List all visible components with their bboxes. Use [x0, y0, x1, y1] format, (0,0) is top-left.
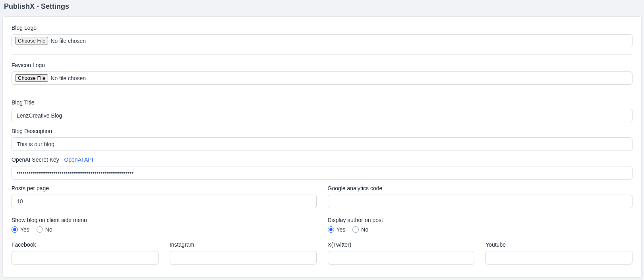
blog-description-label: Blog Description [12, 128, 632, 134]
blog-logo-file-input[interactable]: Choose File No file chosen [12, 34, 632, 47]
favicon-logo-file-input[interactable]: Choose File No file chosen [12, 71, 632, 85]
radio-icon [37, 226, 43, 233]
blog-title-input[interactable] [12, 109, 632, 122]
blog-title-label: Blog Title [12, 99, 632, 106]
social-row: Facebook Instagram X(Twitter) Youtube [12, 241, 632, 268]
radio-label-no: No [45, 226, 52, 233]
google-analytics-input[interactable] [328, 195, 633, 208]
twitter-group: X(Twitter) [328, 241, 475, 265]
blog-logo-label: Blog Logo [12, 25, 632, 31]
radios-row: Show blog on client side menu Yes No Dis… [12, 217, 632, 236]
favicon-logo-group: Favicon Logo Choose File No file chosen [12, 62, 632, 92]
show-blog-menu-no[interactable]: No [37, 226, 52, 233]
display-author-label: Display author on post [328, 217, 633, 223]
favicon-logo-choose-button[interactable]: Choose File [15, 74, 48, 82]
show-blog-menu-yes[interactable]: Yes [12, 226, 29, 233]
youtube-label: Youtube [485, 241, 632, 248]
facebook-input[interactable] [12, 251, 159, 265]
instagram-group: Instagram [170, 241, 317, 265]
blog-logo-group: Blog Logo Choose File No file chosen [12, 25, 632, 55]
favicon-logo-file-status: No file chosen [50, 75, 86, 81]
show-blog-menu-group: Show blog on client side menu Yes No [12, 217, 317, 233]
youtube-input[interactable] [485, 251, 632, 265]
instagram-input[interactable] [170, 251, 317, 265]
youtube-group: Youtube [485, 241, 632, 265]
google-analytics-group: Google analytics code [328, 185, 633, 208]
facebook-label: Facebook [12, 241, 159, 248]
blog-title-group: Blog Title [12, 99, 632, 122]
favicon-logo-label: Favicon Logo [12, 62, 632, 68]
facebook-group: Facebook [12, 241, 159, 265]
radio-label-yes: Yes [337, 226, 346, 233]
twitter-input[interactable] [328, 251, 475, 265]
page-title: PublishX - Settings [0, 0, 644, 16]
openai-key-label: OpenAI Secret Key - [12, 156, 62, 163]
posts-per-page-group: Posts per page [12, 185, 317, 208]
settings-card: Blog Logo Choose File No file chosen Fav… [2, 16, 642, 278]
display-author-no[interactable]: No [352, 226, 368, 233]
google-analytics-label: Google analytics code [328, 185, 633, 191]
blog-logo-choose-button[interactable]: Choose File [15, 37, 48, 44]
radio-label-yes: Yes [20, 226, 29, 233]
twitter-label: X(Twitter) [328, 241, 475, 248]
show-blog-menu-radio-group: Yes No [12, 226, 317, 233]
blog-logo-file-status: No file chosen [50, 38, 86, 44]
posts-analytics-row: Posts per page Google analytics code [12, 185, 632, 211]
radio-label-no: No [361, 226, 368, 233]
openai-api-link[interactable]: OpenAI API [64, 156, 93, 163]
posts-per-page-input[interactable] [12, 195, 317, 208]
blog-description-input[interactable] [12, 137, 632, 151]
radio-icon [12, 226, 18, 233]
display-author-yes[interactable]: Yes [328, 226, 346, 233]
display-author-group: Display author on post Yes No [328, 217, 633, 233]
radio-icon [352, 226, 359, 233]
display-author-radio-group: Yes No [328, 226, 633, 233]
openai-key-group: OpenAI Secret Key - OpenAI API [12, 156, 632, 180]
openai-key-input[interactable] [12, 166, 632, 180]
blog-description-group: Blog Description [12, 128, 632, 151]
instagram-label: Instagram [170, 241, 317, 248]
radio-icon [328, 226, 334, 233]
show-blog-menu-label: Show blog on client side menu [12, 217, 317, 223]
posts-per-page-label: Posts per page [12, 185, 317, 191]
